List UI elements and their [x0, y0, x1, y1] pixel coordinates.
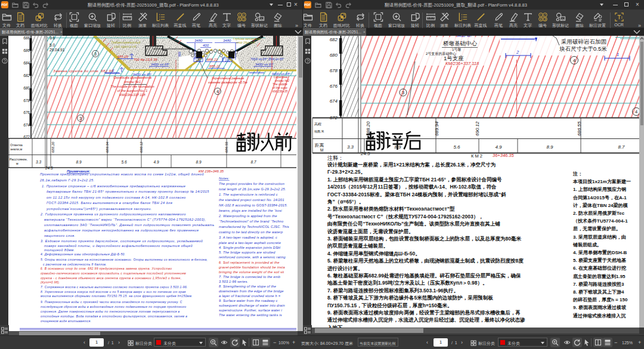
svg-text:680: 680 [330, 52, 338, 58]
svg-text:the standard project contract: the standard project contract No. 14/201 [219, 198, 284, 202]
svg-text:680: 680 [23, 86, 30, 90]
svg-text:9. Поверхностные воды с проез: 9. Поверхностные воды с проезжей части м… [41, 300, 182, 304]
svg-text:9400/ sin: 9400/ sin [457, 36, 472, 38]
svg-text:2. 防水层采用俄罗斯Tec: 2. 防水层采用俄罗斯Tec [573, 211, 625, 216]
svg-text:8.9: 8.9 [546, 144, 553, 150]
svg-text:678: 678 [23, 98, 30, 103]
svg-text:采用破碎岩石加固: 采用破碎岩石加固 [561, 38, 606, 45]
svg-text:3: 3 [94, 52, 97, 56]
svg-text:гравийно-галечникового основан: гравийно-галечникового основания произво… [41, 271, 186, 275]
svg-text:674: 674 [330, 98, 338, 104]
svg-text:底土骨架的容重达到1.95: 底土骨架的容重达到1.95 [572, 273, 626, 279]
svg-text:24.5: 24.5 [360, 151, 370, 156]
svg-text:5.6: 5.6 [121, 160, 126, 164]
svg-text:с расчетом на сейсмичность 8 б: с расчетом на сейсмичность 8 баллов. [43, 262, 107, 266]
svg-text:676: 676 [23, 110, 30, 115]
svg-text:号“Техноэластмост С”（技术规范ТУ5774: 号“Техноэластмост С”（技术规范ТУ5774-004-17925… [327, 214, 484, 220]
svg-text:NK-102.8 according to GOST-333: NK-102.8 according to GOST-33384-2015. [219, 203, 287, 207]
svg-text:защитного слоя.: защитного слоя. [44, 234, 75, 237]
svg-text:9400/ sin 65°: 9400/ sin 65° [272, 72, 290, 76]
svg-text:моста выполняется сборными пли: моста выполняется сборными плитами ПУ150… [41, 294, 193, 298]
svg-text:688: 688 [23, 36, 30, 40]
svg-text:3480: 3480 [194, 39, 203, 42]
svg-text:1. 上部结构采用钢筋混凝土预应力工字梁ТБН 21-65: 1. 上部结构采用钢筋混凝土预应力工字梁ТБН 21-65°，参照标准设计合同编… [327, 177, 502, 183]
svg-text:4: 4 [216, 89, 219, 94]
svg-text:8.7: 8.7 [250, 160, 256, 164]
svg-text:5.0: 5.0 [49, 43, 55, 47]
svg-text:500: 500 [178, 51, 181, 57]
svg-text:3. Ездовое полотно принято дв: 3. Ездовое полотно принято двухслойное, … [41, 239, 203, 243]
svg-text:total length of 26.1m,size G-2: total length of 26.1m,size G-29.3+2x2.25… [219, 187, 286, 191]
svg-text:3. A two-layer roadbed is: 3. A two-layer roadbed is adopted, c [219, 236, 277, 239]
svg-text:Notes:: Notes: [219, 177, 230, 180]
svg-text:678: 678 [330, 68, 338, 73]
svg-text:689.94: 689.94 [106, 141, 109, 153]
svg-text:设计规划新建一座桥梁，采用1×21米结构方案，总长度26.1: 设计规划新建一座桥梁，采用1×21米结构方案，总长度26.1米，净空尺寸为 [327, 162, 496, 168]
svg-text:9. 桥面表面雨水通过横坡: 9. 桥面表面雨水通过横坡 [573, 304, 627, 310]
svg-text:The middle of the foundation: The middle of the foundation [110, 85, 154, 88]
svg-text:1. The superstructure is: 1. The superstructure is reinforced c [219, 193, 278, 196]
svg-text:опоры №1: опоры №1 [124, 80, 141, 84]
svg-text:4: 4 [635, 109, 638, 115]
svg-text:690.12: 690.12 [140, 141, 143, 153]
svg-text:2. 防水层采用卷材类热熔防水材料“Техноэластм: 2. 防水层采用卷材类热熔防水材料“Техноэластмост”型 [327, 206, 455, 212]
svg-text:gravel-pebble foundation shoul: gravel-pebble foundation should be insta [219, 265, 285, 269]
svg-text:superstructure. Further, surfa: superstructure. Further, surface water i [219, 308, 283, 312]
svg-text:8. 桥下锥坡及其上下游方向桥边缘外各5米范围内的边坡防护: 8. 桥下锥坡及其上下游方向桥边缘外各5米范围内的边坡防护，采用预制板 [327, 295, 493, 301]
svg-text:5.6: 5.6 [453, 144, 460, 150]
svg-text:注：: 注： [572, 171, 583, 177]
svg-text:7. The bridge is connecte: 7. The bridge is connected to the emb [219, 275, 280, 279]
svg-text:的双层沥青混凝土铺装层。: 的双层沥青混凝土铺装层。 [327, 243, 388, 249]
svg-text:Середина фундамента: Середина фундамента [113, 76, 152, 79]
svg-text:地基土骨架干密度达到1.95吨/立方米及以上（压实系数Куп: 地基土骨架干密度达到1.95吨/立方米及以上（压实系数Купл＞0.98）。 [327, 280, 487, 286]
svg-text:“Technoelastmost” of the brand: “Technoelastmost” of the brand “Techno [219, 220, 283, 223]
svg-text:676: 676 [330, 84, 338, 89]
svg-text:beams, plugs are installed for: beams, plugs are installed for the “kosi [219, 209, 282, 212]
svg-text:8.7: 8.7 [618, 144, 625, 150]
svg-text:a layer of fractional crushed: a layer of fractional crushed stone h = [219, 294, 281, 298]
svg-text:1. Пролетное строение – с: 1. Пролетное строение – с/б железобетонн… [42, 184, 185, 188]
svg-text:3. 采用双层道床结构，由: 3. 采用双层道床结构，由 [573, 234, 626, 240]
svg-text:5. The bridge supports ar: 5. The bridge supports are strutted [219, 251, 275, 254]
svg-text:последующим сбросом воды в вод: последующим сбросом воды в водоотводные … [41, 305, 187, 308]
svg-text:4: 4 [573, 58, 576, 63]
svg-text:29.04.91: 29.04.91 [49, 48, 65, 52]
svg-text:земли,м: земли,м [10, 147, 22, 151]
svg-text:of the support No. 1: of the support No. 1 [117, 89, 148, 92]
svg-text:3.3: 3.3 [347, 144, 354, 150]
svg-text:4.9: 4.9 [495, 144, 502, 150]
svg-text:1: 1 [256, 69, 258, 72]
svg-text:ПУ150.75.15，下设粒径分级碎石层，厚度h=150毫: ПУ150.75.15，下设粒径分级碎石层，厚度h=150毫米。 [327, 302, 453, 308]
svg-text:Укрепление рваным: Укрепление рваным [211, 76, 244, 80]
svg-text:The water entering the settlin: The water entering the settling tanks is [219, 313, 282, 317]
svg-text:3: 3 [79, 116, 82, 121]
svg-text:3.503.1-96 series.: 3.503.1-96 series. [219, 280, 248, 283]
svg-text:manufactured by TechnoNICOL CJ: manufactured by TechnoNICOL CJSC. This [219, 225, 289, 228]
svg-text:地面,米: 地面,米 [314, 129, 324, 134]
svg-text:2. Гидроизоляция применена из: 2. Гидроизоляция применена из рулонного … [40, 212, 186, 216]
svg-text:bringing the volume weight of: bringing the volume weight of the soil s… [219, 270, 284, 274]
svg-text:coating to be laid directly on: coating to be laid directly on the water… [219, 230, 283, 234]
svg-text:14/2015（2015年12月11日签署），按移动荷载A-: 14/2015（2015年12月11日签署），按移动荷载A-14、НК-102.… [327, 184, 497, 190]
svg-text:Глубина-заложенная: Глубина-заложенная [233, 38, 261, 41]
svg-text:4.9: 4.9 [153, 160, 159, 164]
svg-text:690.12: 690.12 [475, 121, 480, 136]
svg-text:3.6: 3.6 [49, 36, 55, 40]
svg-text:8. Укрепление откоса конуса по: 8. Укрепление откоса конуса под мостом и… [41, 290, 186, 294]
svg-text:7. Сопряжение моста с насыпью: 7. Сопряжение моста с насыпью выполнено … [41, 285, 188, 289]
svg-text:3480: 3480 [223, 39, 231, 42]
svg-text:(Купл=0.98).: (Купл=0.98). [41, 280, 60, 284]
svg-text:689.94: 689.94 [434, 121, 439, 136]
svg-text:устройства“косины”(α=65°) уста: устройства“косины”(α=65°) устанавливаютс… [46, 207, 152, 211]
svg-text:1号墩: 1号墩 [452, 48, 461, 52]
svg-text:5. 桥梁墩柱采用天然地基上的立柱式桥墩，由现浇钢筋混凝土: 5. 桥梁墩柱采用天然地基上的立柱式桥墩，由现浇钢筋混凝土制成，抗震设防烈度按8… [327, 258, 524, 264]
svg-text:685.22: 685.22 [209, 64, 221, 68]
svg-text:高程: 高程 [314, 122, 321, 126]
svg-text:ГОСТ-33384-2015. Балки выполня: ГОСТ-33384-2015. Балки выполняются в опа… [47, 201, 172, 205]
svg-text:ГОСТ-33384-2015标准。梁体在ТБН 24模板内: ГОСТ-33384-2015标准。梁体在ТБН 24模板内预制，并设置端部封堵… [327, 192, 506, 197]
svg-text:26,1м,габарит Г-29.3+2x2.25.: 26,1м,габарит Г-29.3+2x2.25. [39, 178, 95, 182]
svg-text:4. 伸缩缝采用单型钢式伸缩缝ДШ-Б-50。: 4. 伸缩缝采用单型钢式伸缩缝ДШ-Б-50。 [327, 251, 420, 257]
svg-text:682: 682 [330, 37, 338, 42]
svg-text:铺装层组成。: 铺装层组成。 [572, 242, 602, 248]
svg-text:очищенном виде впитывается.: очищенном виде впитывается. [41, 319, 91, 323]
